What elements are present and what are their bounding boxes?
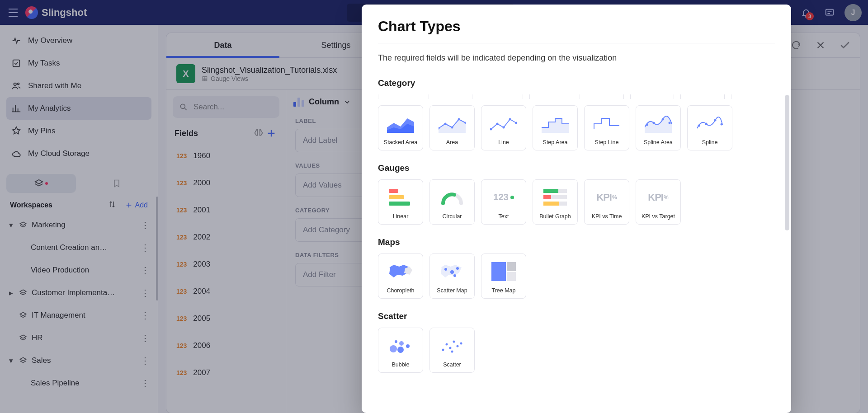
section-maps: Maps Choropleth Scatter Map Tree Map bbox=[378, 235, 775, 309]
section-title: Category bbox=[378, 78, 775, 88]
section-gauges: Gauges Linear Circular 123 Text bbox=[378, 160, 775, 235]
circular-gauge-icon bbox=[439, 188, 466, 207]
spline-area-icon bbox=[645, 114, 672, 133]
chart-option-area[interactable]: Area bbox=[429, 105, 475, 150]
svg-point-29 bbox=[450, 270, 454, 274]
svg-point-17 bbox=[503, 126, 505, 128]
svg-point-35 bbox=[406, 344, 410, 348]
chart-types-modal: Chart Types The required fields will be … bbox=[362, 5, 791, 413]
chart-option-tree-map[interactable]: Tree Map bbox=[481, 253, 526, 299]
line-icon bbox=[490, 114, 517, 133]
svg-point-26 bbox=[714, 119, 717, 121]
svg-point-37 bbox=[442, 348, 444, 351]
svg-point-27 bbox=[721, 123, 723, 125]
area-icon bbox=[439, 114, 466, 133]
chart-option-bullet-graph[interactable]: Bullet Graph bbox=[533, 179, 578, 225]
chart-option-choropleth[interactable]: Choropleth bbox=[378, 253, 423, 299]
step-area-icon bbox=[542, 114, 569, 133]
section-category: Category Stacked Area Area Line S bbox=[378, 75, 775, 160]
svg-point-28 bbox=[444, 268, 447, 271]
previous-row-peek bbox=[378, 94, 775, 99]
section-title: Scatter bbox=[378, 311, 775, 321]
chart-option-line[interactable]: Line bbox=[481, 105, 526, 150]
bullet-graph-icon bbox=[543, 189, 567, 206]
modal-title: Chart Types bbox=[378, 18, 775, 35]
scatter-icon bbox=[439, 336, 466, 355]
divider bbox=[378, 43, 775, 43]
scatter-map-icon bbox=[439, 262, 466, 281]
svg-point-42 bbox=[460, 342, 462, 344]
chart-option-step-line[interactable]: Step Line bbox=[584, 105, 629, 150]
choropleth-icon bbox=[387, 262, 414, 281]
svg-point-11 bbox=[444, 122, 447, 125]
svg-point-39 bbox=[449, 347, 452, 349]
svg-point-16 bbox=[496, 122, 499, 125]
chart-option-step-area[interactable]: Step Area bbox=[533, 105, 578, 150]
svg-point-24 bbox=[698, 124, 700, 127]
chart-option-spline[interactable]: Spline bbox=[687, 105, 732, 150]
svg-point-34 bbox=[397, 347, 404, 353]
chart-option-text[interactable]: 123 Text bbox=[481, 179, 526, 225]
svg-point-20 bbox=[646, 123, 648, 126]
svg-point-25 bbox=[705, 122, 708, 125]
chart-option-linear[interactable]: Linear bbox=[378, 179, 423, 225]
section-scatter: Scatter Bubble Scatter bbox=[378, 309, 775, 383]
svg-point-32 bbox=[390, 345, 397, 352]
svg-point-12 bbox=[451, 126, 453, 128]
svg-point-30 bbox=[456, 267, 459, 270]
svg-point-23 bbox=[669, 122, 671, 124]
svg-point-38 bbox=[446, 343, 448, 345]
chart-option-kpi-target[interactable]: KPI% KPI vs Target bbox=[636, 179, 681, 225]
tree-map-icon bbox=[491, 262, 516, 281]
svg-point-41 bbox=[457, 345, 459, 347]
section-title: Gauges bbox=[378, 163, 775, 173]
svg-point-31 bbox=[453, 274, 456, 277]
text-gauge-icon: 123 bbox=[493, 192, 514, 202]
svg-point-21 bbox=[653, 122, 655, 124]
kpi-time-icon: KPI% bbox=[586, 184, 627, 211]
svg-point-33 bbox=[399, 341, 404, 346]
svg-point-22 bbox=[662, 118, 664, 120]
section-title: Maps bbox=[378, 237, 775, 247]
chart-option-scatter[interactable]: Scatter bbox=[429, 328, 475, 373]
chart-option-spline-area[interactable]: Spline Area bbox=[636, 105, 681, 150]
step-line-icon bbox=[593, 114, 620, 133]
spline-icon bbox=[696, 114, 723, 133]
kpi-target-icon: KPI% bbox=[638, 184, 679, 211]
svg-point-43 bbox=[451, 350, 453, 352]
chart-option-circular[interactable]: Circular bbox=[429, 179, 475, 225]
chart-option-scatter-map[interactable]: Scatter Map bbox=[429, 253, 475, 299]
svg-point-18 bbox=[509, 118, 511, 120]
svg-point-40 bbox=[453, 340, 455, 343]
scrollbar-thumb[interactable] bbox=[785, 95, 789, 230]
bubble-icon bbox=[387, 336, 414, 355]
chart-option-stacked-area[interactable]: Stacked Area bbox=[378, 105, 423, 150]
chart-option-bubble[interactable]: Bubble bbox=[378, 328, 423, 373]
linear-gauge-icon bbox=[389, 189, 412, 206]
stacked-area-icon bbox=[387, 114, 414, 133]
svg-point-13 bbox=[458, 118, 460, 120]
modal-subtitle: The required fields will be indicated de… bbox=[378, 53, 775, 63]
chart-option-kpi-time[interactable]: KPI% KPI vs Time bbox=[584, 179, 629, 225]
svg-point-36 bbox=[395, 340, 397, 343]
